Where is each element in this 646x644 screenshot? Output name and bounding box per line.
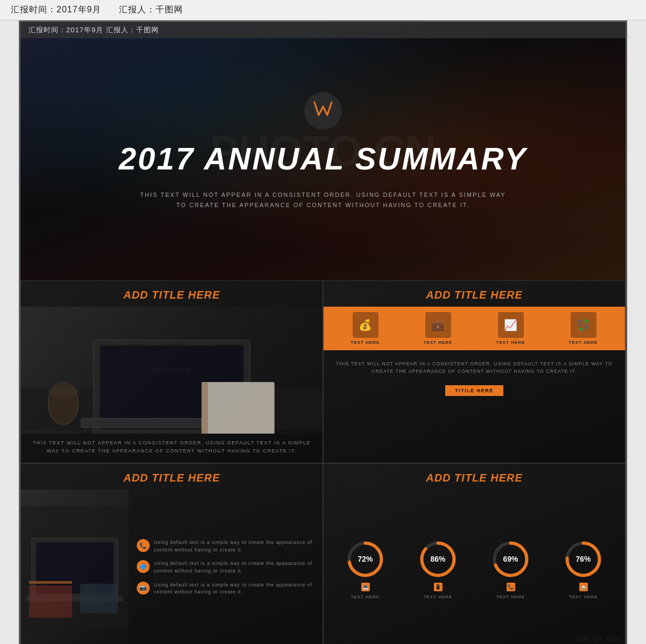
progress-item-2: 69% 📞 TEXT HERE [490,539,531,599]
progress-circle-2: 69% [490,539,531,579]
icon-chart: 📈 [498,312,524,338]
panel-1-title: ADD TITLE HERE [21,281,322,307]
panel-4-title: ADD TITLE HERE [324,464,625,490]
progress-icon-row-2: 📞 [507,583,515,591]
panel-1-body-text: THIS TEXT WILL NOT APPEAR IN A CONSISTEN… [21,434,322,463]
progress-icon-row-0: 💻 [361,583,370,591]
progress-value-0: 72% [357,555,373,563]
icon-bag: 💼 [425,312,451,338]
progress-row: 72% 💻 TEXT HERE 86% [324,490,625,644]
list-icon-camera: 📷 [137,582,150,595]
panel-2-button-area: TITILE HERE [324,380,625,401]
panel-2-body-text: THIS TEXT WILL NOT APPEAR IN A CONSISTEN… [324,356,625,380]
icon-exchange: 💱 [571,312,596,338]
svg-rect-15 [80,584,118,613]
svg-rect-14 [29,585,72,618]
list-item-1: 🔷 Using default text is a simple way to … [137,560,314,575]
icon-label-1: TEXT HERE [424,340,453,345]
panel-3-content: 📞 Using default text is a simple way to … [21,490,322,644]
list-item-2: 📷 Using default text is a simple way to … [137,582,314,596]
panel-2-button[interactable]: TITILE HERE [445,385,503,396]
panel-2-title: ADD TITLE HERE [324,281,625,307]
slide-container: PHOTO.CN 汇报时间：2017年9月 汇报人：千图网 2017 ANNUA… [19,20,627,644]
bottom-watermark: 7206 TET HeRE [576,637,622,643]
progress-value-1: 86% [430,555,445,563]
progress-label-2: TEXT HERE [496,595,525,599]
icon-label-0: TEXT HERE [351,340,380,345]
hero-title: 2017 ANNUAL SUMMARY [119,140,528,176]
progress-icon-1: 📱 [434,583,443,591]
panel-3-image [21,490,129,644]
icon-item-2: 📈 TEXT HERE [496,312,525,345]
logo-circle [304,92,342,130]
progress-circle-0: 72% [345,539,385,579]
progress-label-1: TEXT HERE [424,595,453,599]
hero-slide: PHOTO.CN 汇报时间：2017年9月 汇报人：千图网 2017 ANNUA… [20,22,626,280]
list-icon-diamond: 🔷 [137,560,150,573]
reporter-label: 汇报人：千图网 [119,5,183,14]
panel-2-icons-bar: 💰 TEXT HERE 💼 TEXT HERE 📈 TEXT HERE 💱 TE… [324,307,625,350]
panel-3-title: ADD TITLE HERE [21,464,322,490]
progress-item-0: 72% 💻 TEXT HERE [345,539,385,599]
progress-icon-0: 💻 [361,583,370,591]
svg-rect-13 [29,581,72,584]
progress-item-3: 76% 🏠 TEXT HERE [563,539,603,599]
panel-3-items: 📞 Using default text is a simple way to … [129,490,322,644]
icon-money: 💰 [353,312,378,338]
panel-2: ADD TITLE HERE 💰 TEXT HERE 💼 TEXT HERE 📈… [323,280,626,463]
icon-label-2: TEXT HERE [496,340,525,345]
list-item-text-0: Using default text is a simple way to cr… [154,539,314,554]
icon-label-3: TEXT HERE [569,340,598,345]
logo-w-icon [313,101,333,121]
svg-rect-5 [202,383,274,434]
progress-icon-3: 🏠 [579,583,588,591]
progress-circle-3: 76% [563,539,603,579]
list-item-text-2: Using default text is a simple way to cr… [154,582,314,596]
top-bar: 汇报时间：2017年9月 汇报人：千图网 [0,0,646,20]
icon-item-3: 💱 TEXT HERE [569,312,598,345]
progress-value-3: 76% [575,555,591,563]
report-time-label: 汇报时间：2017年9月 [11,5,102,14]
panel-4: ADD TITLE HERE 72% 💻 TEXT HERE [323,463,626,644]
hero-subtitle: THIS TEXT WILL NOT APPEAR IN A CONSISTEN… [135,190,511,210]
progress-value-2: 69% [503,555,518,563]
progress-icon-row-3: 🏠 [579,583,588,591]
panel-3: ADD TITLE HERE [20,463,323,644]
hero-header-text: 汇报时间：2017年9月 汇报人：千图网 [29,26,159,34]
slides-grid: ADD TITLE HERE [20,280,626,644]
progress-circle-1: 86% [418,539,458,579]
list-item-0: 📞 Using default text is a simple way to … [137,539,314,554]
list-icon-phone: 📞 [137,539,150,552]
progress-icon-row-1: 📱 [434,583,443,591]
svg-rect-6 [202,383,208,434]
svg-point-8 [48,385,78,397]
progress-icon-2: 📞 [507,583,515,591]
panel-1: ADD TITLE HERE [20,280,323,463]
hero-header-bar: 汇报时间：2017年9月 汇报人：千图网 [20,22,626,38]
icon-item-0: 💰 TEXT HERE [351,312,380,345]
progress-label-0: TEXT HERE [351,595,380,599]
panel-1-image: PHOTO.CN [21,307,322,434]
list-item-text-1: Using default text is a simple way to cr… [154,560,314,575]
progress-item-1: 86% 📱 TEXT HERE [418,539,458,599]
icon-item-1: 💼 TEXT HERE [424,312,453,345]
progress-label-3: TEXT HERE [569,595,598,599]
